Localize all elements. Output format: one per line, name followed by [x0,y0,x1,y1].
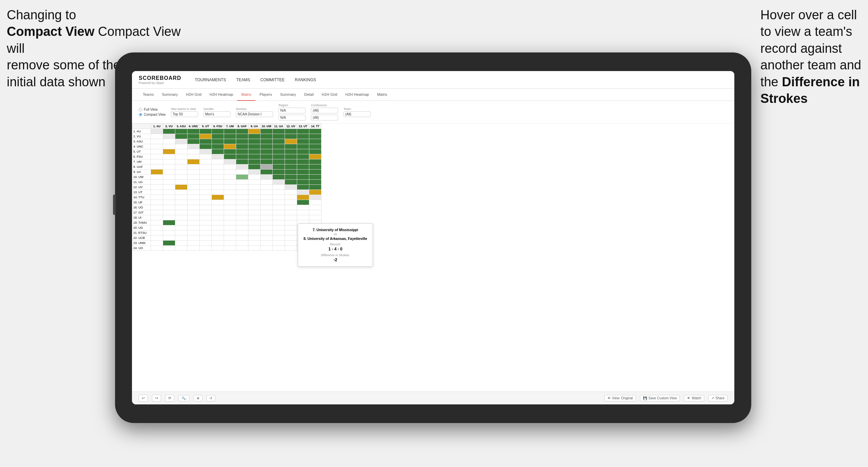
matrix-cell[interactable] [248,129,261,134]
matrix-cell[interactable] [236,134,248,139]
matrix-cell[interactable] [297,149,309,154]
matrix-cell[interactable] [151,200,163,205]
matrix-cell[interactable] [297,180,309,185]
matrix-cell[interactable] [212,200,224,205]
matrix-cell[interactable] [200,220,212,225]
matrix-cell[interactable] [261,215,273,220]
matrix-cell[interactable] [309,190,321,195]
matrix-cell[interactable] [212,134,224,139]
matrix-cell[interactable] [236,236,248,241]
matrix-cell[interactable] [248,139,261,144]
matrix-cell[interactable] [163,180,175,185]
matrix-cell[interactable] [285,236,297,241]
matrix-cell[interactable] [212,180,224,185]
matrix-cell[interactable] [285,185,297,190]
matrix-cell[interactable] [273,215,285,220]
matrix-cell[interactable] [261,129,273,134]
matrix-cell[interactable] [175,180,187,185]
matrix-cell[interactable] [273,190,285,195]
matrix-cell[interactable] [224,159,236,164]
matrix-cell[interactable] [309,215,321,220]
matrix-cell[interactable] [200,190,212,195]
matrix-cell[interactable] [175,139,187,144]
matrix-cell[interactable] [273,225,285,230]
matrix-cell[interactable] [151,195,163,200]
matrix-cell[interactable] [285,220,297,225]
redo-button[interactable]: ↪ [152,395,161,402]
matrix-cell[interactable] [273,134,285,139]
matrix-cell[interactable] [285,170,297,175]
conference-select2[interactable]: (All) [311,115,338,120]
matrix-cell[interactable] [236,246,248,251]
tab-players[interactable]: Players [255,89,276,101]
matrix-cell[interactable] [236,139,248,144]
matrix-cell[interactable] [309,134,321,139]
matrix-cell[interactable] [261,195,273,200]
matrix-cell[interactable] [261,210,273,215]
matrix-cell[interactable] [212,215,224,220]
matrix-cell[interactable] [285,154,297,159]
matrix-cell[interactable] [273,220,285,225]
matrix-cell[interactable] [273,180,285,185]
gender-select[interactable]: Men's [203,111,230,117]
matrix-cell[interactable] [200,185,212,190]
matrix-cell[interactable] [187,175,200,180]
matrix-cell[interactable] [151,144,163,149]
matrix-cell[interactable] [187,230,200,236]
zoom-out-button[interactable]: 🔍- [178,395,190,401]
matrix-cell[interactable] [175,159,187,164]
matrix-cell[interactable] [309,200,321,205]
matrix-cell[interactable] [163,205,175,210]
matrix-cell[interactable] [175,241,187,246]
matrix-cell[interactable] [200,200,212,205]
region-select2[interactable]: N/A [279,115,306,120]
matrix-cell[interactable] [261,175,273,180]
matrix-cell[interactable] [187,154,200,159]
matrix-cell[interactable] [236,154,248,159]
matrix-cell[interactable] [163,144,175,149]
matrix-cell[interactable] [200,210,212,215]
matrix-cell[interactable] [200,215,212,220]
matrix-cell[interactable] [151,205,163,210]
matrix-cell[interactable] [261,134,273,139]
matrix-cell[interactable] [200,164,212,170]
matrix-cell[interactable] [187,246,200,251]
matrix-cell[interactable] [248,170,261,175]
matrix-cell[interactable] [248,185,261,190]
matrix-cell[interactable] [212,149,224,154]
max-teams-select[interactable]: Top 50 [171,111,198,117]
matrix-cell[interactable] [261,220,273,225]
matrix-cell[interactable] [297,200,309,205]
matrix-cell[interactable] [297,139,309,144]
matrix-cell[interactable] [224,170,236,175]
matrix-cell[interactable] [248,225,261,230]
tab-summary2[interactable]: Summary [276,89,300,101]
matrix-cell[interactable] [236,190,248,195]
matrix-cell[interactable] [261,241,273,246]
matrix-cell[interactable] [273,164,285,170]
matrix-cell[interactable] [163,230,175,236]
nav-committee[interactable]: COMMITTEE [260,76,285,84]
refresh-button[interactable]: ⟳ [165,395,174,402]
matrix-cell[interactable] [273,195,285,200]
matrix-cell[interactable] [224,220,236,225]
matrix-cell[interactable] [248,246,261,251]
matrix-cell[interactable] [187,144,200,149]
matrix-cell[interactable] [175,190,187,195]
matrix-cell[interactable] [224,241,236,246]
tab-h2h-heatmap[interactable]: H2H Heatmap [205,89,237,101]
matrix-cell[interactable] [187,210,200,215]
matrix-cell[interactable] [261,164,273,170]
matrix-cell[interactable] [151,129,163,134]
matrix-cell[interactable] [175,220,187,225]
matrix-cell[interactable] [163,164,175,170]
matrix-cell[interactable] [273,246,285,251]
matrix-cell[interactable] [212,246,224,251]
matrix-cell[interactable] [224,246,236,251]
matrix-cell[interactable] [224,205,236,210]
matrix-cell[interactable] [187,220,200,225]
matrix-cell[interactable] [309,159,321,164]
matrix-cell[interactable] [163,200,175,205]
matrix-cell[interactable] [273,159,285,164]
matrix-cell[interactable] [224,215,236,220]
